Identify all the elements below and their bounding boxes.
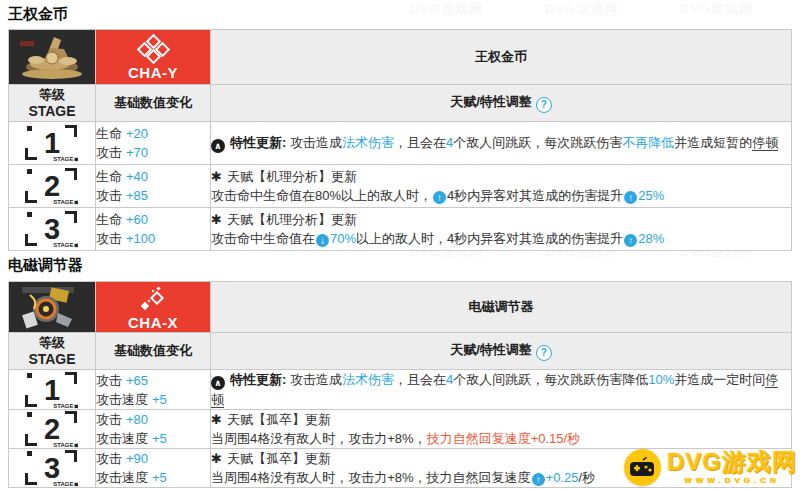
text-segment: 法术伤害 xyxy=(342,372,394,387)
stage-cell: 2 STAGE xyxy=(9,165,96,208)
talent-cell: ✱天赋【机理分析】更新 攻击命中生命值在↓70%以上的敌人时，4秒内异客对其造成… xyxy=(211,208,792,251)
talent-title: ✱天赋【机理分析】更新 xyxy=(211,210,791,229)
text-segment: 天赋【机理分析】更新 xyxy=(227,212,357,227)
header-stage: 等级 STAGE xyxy=(9,85,96,122)
up-icon: ↑ xyxy=(624,191,637,204)
text-segment: 28% xyxy=(638,231,664,246)
text-segment: 个敌人间跳跃，每次跳跃伤害 xyxy=(453,135,622,150)
text-segment: 10% xyxy=(648,372,674,387)
stage-cell: 1 STAGE xyxy=(9,370,96,410)
stats-cell: 攻击+65 攻击速度+5 xyxy=(96,370,211,410)
text-segment: 70% xyxy=(330,231,356,246)
header-stage-en: STAGE xyxy=(9,351,95,367)
up-icon: ↑ xyxy=(624,234,637,247)
text-segment: 并造成短暂的 xyxy=(674,135,752,150)
text-segment: 天赋【机理分析】更新 xyxy=(227,169,357,184)
text-segment: 天赋【孤卒】更新 xyxy=(227,451,331,466)
section-title-royal-coin: 王权金币 xyxy=(8,5,68,24)
faint-watermark: DVG游戏网 xyxy=(410,0,483,18)
gold-coin-artwork-icon xyxy=(10,31,95,84)
trait-description: ∧特性更新: 攻击造成法术伤害，且会在4个敌人间跳跃，每次跳跃伤害不再降低并造成… xyxy=(211,133,791,153)
stage-cell: 3 STAGE xyxy=(9,449,96,488)
stage-cell: 3 STAGE xyxy=(9,208,96,251)
black-up-icon: ∧ xyxy=(211,139,225,153)
help-icon[interactable]: ? xyxy=(536,345,552,361)
star-icon: ✱ xyxy=(211,167,222,186)
star-icon: ✱ xyxy=(211,449,222,468)
text-segment: 法术伤害 xyxy=(342,135,394,150)
header-stage: 等级 STAGE xyxy=(9,333,96,370)
talent-title: ✱天赋【机理分析】更新 xyxy=(211,167,791,186)
text-segment: 个敌人间跳跃，每次跳跃伤害降低 xyxy=(453,372,648,387)
watermark-url: WWW.DVG.CN xyxy=(684,476,780,485)
header-talent: 天赋/特性调整? xyxy=(211,85,792,122)
talent-description: 当周围4格没有敌人时，攻击力+8%，技力自然回复速度+0.15/秒 xyxy=(211,429,791,448)
talent-description: 攻击命中生命值在↓70%以上的敌人时，4秒内异客对其造成的伤害提升↑28% xyxy=(211,229,791,248)
text-segment: 特性更新: xyxy=(230,135,286,150)
up-icon: ↑ xyxy=(433,191,446,204)
text-segment: 攻击造成 xyxy=(286,372,342,387)
text-segment: 不再降低 xyxy=(622,135,674,150)
down-icon: ↓ xyxy=(316,234,329,247)
stats-cell: 攻击+80 攻击速度+5 xyxy=(96,410,211,449)
text-segment: 25% xyxy=(638,188,664,203)
trait-description: ∧特性更新: 攻击造成法术伤害，且会在4个敌人间跳跃，每次跳跃伤害降低10%并造… xyxy=(211,370,791,409)
up-icon: ↑ xyxy=(532,473,545,486)
module-code-cell: CHA-Y xyxy=(96,30,211,85)
text-segment: 4秒内异客对其造成的伤害提升 xyxy=(447,188,623,203)
stats-cell: 生命+20 攻击+70 xyxy=(96,122,211,165)
star-icon: ✱ xyxy=(211,410,222,429)
stats-cell: 攻击+90 攻击速度+5 xyxy=(96,449,211,488)
help-icon[interactable]: ? xyxy=(536,97,552,113)
module-artwork-cell xyxy=(9,282,96,333)
watermark-brand: DVG游戏网 xyxy=(667,450,797,474)
talent-description: 攻击命中生命值在80%以上的敌人时，↑4秒内异客对其造成的伤害提升↑25% xyxy=(211,186,791,205)
gamepad-icon xyxy=(624,449,661,486)
module-badge-icon xyxy=(138,36,168,61)
module-code-cell: CHA-X xyxy=(96,282,211,333)
text-segment: 攻击命中生命值在80%以上的敌人时， xyxy=(211,188,432,203)
text-segment: ，且会在 xyxy=(394,135,446,150)
header-stage-en: STAGE xyxy=(9,103,95,119)
header-talent: 天赋/特性调整? xyxy=(211,333,792,370)
talent-cell: ✱天赋【机理分析】更新 攻击命中生命值在80%以上的敌人时，↑4秒内异客对其造成… xyxy=(211,165,792,208)
header-stage-cn: 等级 xyxy=(9,335,95,351)
header-stats: 基础数值变化 xyxy=(96,85,211,122)
module-code: CHA-X xyxy=(96,314,210,331)
module-artwork-cell xyxy=(9,30,96,85)
black-up-icon: ∧ xyxy=(211,376,225,390)
text-segment: ，且会在 xyxy=(394,372,446,387)
stage-cell: 2 STAGE xyxy=(9,410,96,449)
stage-icon: 1 STAGE xyxy=(23,124,81,162)
talent-title: ✱天赋【孤卒】更新 xyxy=(211,410,791,429)
module-table-royal-coin: CHA-Y 王权金币 等级 STAGE 基础数值变化 天赋/特性调整? 1 ST… xyxy=(8,29,792,251)
talent-cell: ✱天赋【孤卒】更新 当周围4格没有敌人时，攻击力+8%，技力自然回复速度+0.1… xyxy=(211,410,792,449)
trait-cell: ∧特性更新: 攻击造成法术伤害，且会在4个敌人间跳跃，每次跳跃伤害降低10%并造… xyxy=(211,370,792,410)
text-segment: +0.25 xyxy=(546,470,579,485)
em-device-artwork-icon xyxy=(10,283,95,332)
page: DVG游戏网 DVG游戏网 DVG游戏网 DVG游戏网 DVG游戏网 DVG游戏… xyxy=(0,0,800,489)
site-watermark: DVG游戏网 WWW.DVG.CN xyxy=(624,449,797,486)
text-segment: 攻击命中生命值在 xyxy=(211,231,315,246)
module-name-cell: 电磁调节器 xyxy=(211,282,792,333)
trait-cell: ∧特性更新: 攻击造成法术伤害，且会在4个敌人间跳跃，每次跳跃伤害不再降低并造成… xyxy=(211,122,792,165)
stage-icon: 3 STAGE xyxy=(23,449,81,487)
text-segment: 天赋【孤卒】更新 xyxy=(227,412,331,427)
stage-icon: 3 STAGE xyxy=(23,210,81,248)
stage-icon: 2 STAGE xyxy=(23,410,81,448)
module-badge-icon xyxy=(138,286,168,311)
stage-cell: 1 STAGE xyxy=(9,122,96,165)
faint-watermark: DVG游戏网 xyxy=(545,0,618,18)
stage-icon: 2 STAGE xyxy=(23,167,81,205)
text-segment: /秒 xyxy=(579,470,596,485)
header-stage-cn: 等级 xyxy=(9,87,95,103)
text-segment: 以上的敌人时，4秒内异客对其造成的伤害提升 xyxy=(356,231,623,246)
stats-cell: 生命+40 攻击+85 xyxy=(96,165,211,208)
star-icon: ✱ xyxy=(211,210,222,229)
stage-icon: 1 STAGE xyxy=(23,371,81,409)
header-stats: 基础数值变化 xyxy=(96,333,211,370)
faint-watermark: DVG游戏网 xyxy=(680,0,753,18)
module-code: CHA-Y xyxy=(96,64,210,81)
tooltip-term[interactable]: 停顿 xyxy=(752,135,778,151)
header-talent-label: 天赋/特性调整 xyxy=(450,342,532,357)
